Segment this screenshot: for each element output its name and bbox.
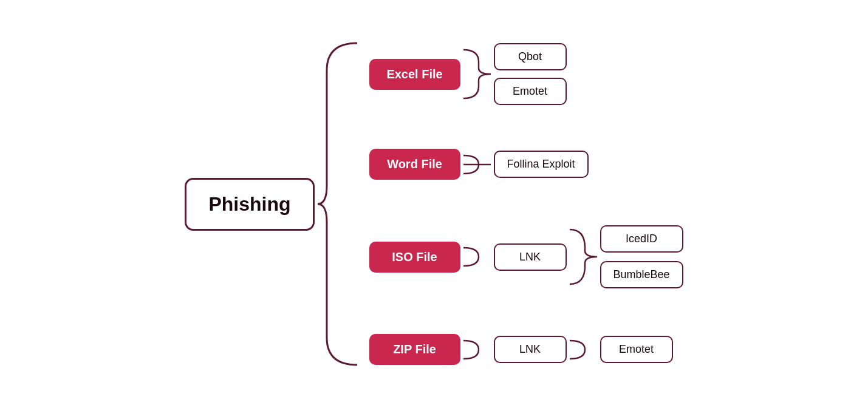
node-qbot: Qbot [494, 43, 567, 70]
node-zip: ZIP File [369, 334, 460, 365]
children-lnk2: Emotet [600, 336, 673, 363]
main-brace [315, 37, 369, 371]
branch-iso: ISO File LNK IcedID BumbleBee [369, 223, 683, 290]
node-emotet1: Emotet [494, 78, 567, 105]
node-follina: Follina Exploit [494, 151, 589, 178]
node-icedid: IcedID [600, 225, 683, 253]
branch-excel: Excel File Qbot Emotet [369, 43, 683, 105]
node-word: Word File [369, 149, 460, 180]
lnk-group-zip: LNK Emotet [494, 335, 673, 365]
node-emotet2: Emotet [600, 336, 673, 363]
children-excel: Qbot Emotet [494, 43, 567, 105]
node-bumblebee: BumbleBee [600, 261, 683, 288]
brace-word [460, 149, 494, 180]
brace-zip [460, 335, 494, 365]
root-label: Phishing [208, 193, 290, 215]
branch-zip: ZIP File LNK Emotet [369, 334, 683, 365]
node-lnk1: LNK [494, 243, 567, 271]
brace-lnk1 [567, 223, 600, 290]
children-word: Follina Exploit [494, 151, 589, 178]
lnk-group-iso: LNK IcedID BumbleBee [494, 223, 683, 290]
children-lnk1: IcedID BumbleBee [600, 225, 683, 288]
brace-iso [460, 242, 494, 272]
node-excel: Excel File [369, 59, 460, 90]
brace-excel [460, 44, 494, 104]
node-lnk2: LNK [494, 336, 567, 363]
root-node: Phishing [185, 178, 314, 231]
branches-l1: Excel File Qbot Emotet Word File [369, 37, 683, 371]
node-iso: ISO File [369, 242, 460, 273]
brace-lnk2 [567, 335, 600, 365]
diagram: Phishing Excel File Qbot Emotet [185, 37, 683, 371]
branch-word: Word File Follina Exploit [369, 149, 683, 180]
